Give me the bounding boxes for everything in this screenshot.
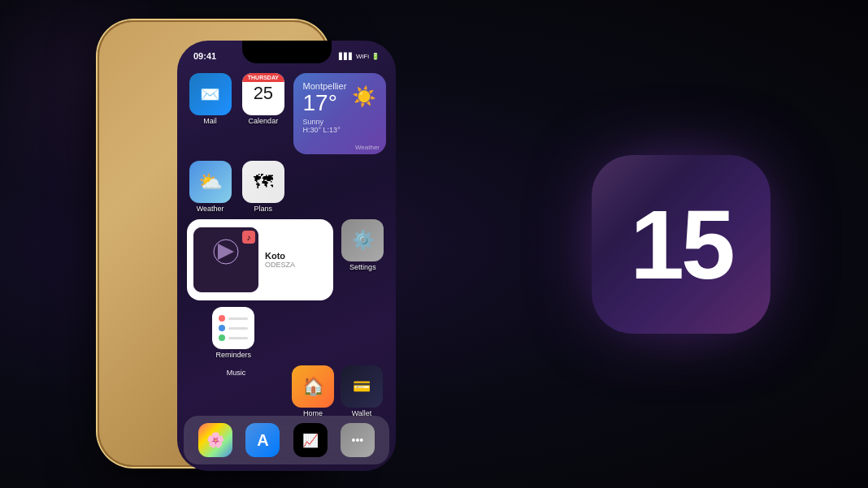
app-reminders[interactable]: Reminders xyxy=(187,307,280,359)
reminder-text-3 xyxy=(228,337,248,339)
ios-version-number: 15 xyxy=(630,196,731,293)
music-track: Koto xyxy=(265,251,327,261)
settings-icon[interactable]: ⚙️ xyxy=(341,219,384,261)
reminder-item-1 xyxy=(219,315,248,322)
app-home[interactable]: 🏠 Home xyxy=(292,365,334,417)
music-label-below: Music xyxy=(187,369,285,377)
reminder-dot-2 xyxy=(219,325,225,331)
music-spacer: Music xyxy=(187,365,285,417)
reminders-list xyxy=(212,309,254,348)
weather-app-icon[interactable]: ⛅ xyxy=(189,161,232,203)
music-artist: ODESZA xyxy=(265,261,327,269)
app-weather[interactable]: ⛅ Weather xyxy=(187,161,233,213)
maps-symbol: 🗺 xyxy=(254,171,273,193)
ios15-badge: 15 xyxy=(592,155,770,334)
appstore-symbol-icon: A xyxy=(257,431,268,450)
signal-icon: ▋▋▋ xyxy=(339,53,354,60)
dock-stocks[interactable]: 📈 xyxy=(293,423,328,457)
weather-widget[interactable]: Montpellier 17° ☀️ Sunny H:30° L:13° Wea… xyxy=(293,73,387,154)
home-icon[interactable]: 🏠 xyxy=(292,365,334,408)
gear-icon: ⚙️ xyxy=(352,230,374,251)
calendar-day-number: 25 xyxy=(254,82,273,106)
status-time: 09:41 xyxy=(193,51,216,61)
photos-flower-icon: 🌸 xyxy=(206,431,224,449)
app-wallet[interactable]: 💳 Wallet xyxy=(341,365,383,417)
reminders-icon[interactable] xyxy=(212,307,254,349)
status-icons: ▋▋▋ WiFi 🔋 xyxy=(339,53,380,60)
dock: 🌸 A 📈 ••• xyxy=(184,416,389,464)
phone-screen: 09:41 ▋▋▋ WiFi 🔋 ✉️ Mail xyxy=(177,41,396,471)
dock-photos[interactable]: 🌸 xyxy=(198,423,232,457)
phone-frame: 09:41 ▋▋▋ WiFi 🔋 ✉️ Mail xyxy=(98,20,329,467)
weather-app-symbol: ⛅ xyxy=(198,171,223,193)
music-widget[interactable]: ♪ Koto ODESZA xyxy=(187,219,333,300)
status-bar: 09:41 ▋▋▋ WiFi 🔋 xyxy=(177,45,396,67)
music-album-art: ♪ xyxy=(193,227,258,292)
app-settings[interactable]: ⚙️ Settings xyxy=(340,219,386,300)
app-mail[interactable]: ✉️ Mail xyxy=(187,73,233,154)
wallet-card-icon: 💳 xyxy=(353,378,371,395)
calendar-day-name: THURSDAY xyxy=(242,73,284,82)
stocks-icon[interactable]: 📈 xyxy=(293,423,328,457)
settings-label: Settings xyxy=(349,263,376,271)
mail-label: Mail xyxy=(203,117,217,125)
phone-wrapper: 09:41 ▋▋▋ WiFi 🔋 ✉️ Mail xyxy=(24,8,496,487)
photos-icon[interactable]: 🌸 xyxy=(198,423,232,457)
mail-icon[interactable]: ✉️ xyxy=(189,73,232,115)
music-info: Koto ODESZA xyxy=(265,251,327,269)
appstore-icon[interactable]: A xyxy=(245,423,280,457)
reminder-item-2 xyxy=(219,325,248,331)
dock-appstore[interactable]: A xyxy=(245,423,280,457)
wallet-icon[interactable]: 💳 xyxy=(341,365,383,408)
reminder-dot-3 xyxy=(219,335,225,341)
stocks-chart-icon: 📈 xyxy=(302,433,319,448)
reminder-item-3 xyxy=(219,335,248,341)
home-screen: ✉️ Mail THURSDAY 25 Calendar xyxy=(177,65,396,471)
house-icon: 🏠 xyxy=(302,376,324,397)
app-calendar[interactable]: THURSDAY 25 Calendar xyxy=(240,73,286,154)
reminders-label: Reminders xyxy=(215,351,251,359)
dock-more[interactable]: ••• xyxy=(341,423,375,457)
more-dots-icon: ••• xyxy=(352,434,364,447)
reminder-text-2 xyxy=(228,327,248,330)
empty-spacer xyxy=(293,161,387,213)
calendar-label: Calendar xyxy=(249,117,279,125)
maps-label: Plans xyxy=(254,205,273,213)
reminder-text-1 xyxy=(228,317,248,320)
weather-sun-icon: ☀️ xyxy=(352,85,376,108)
weather-widget-box[interactable]: Montpellier 17° ☀️ Sunny H:30° L:13° Wea… xyxy=(293,73,387,154)
weather-widget-label: Weather xyxy=(355,144,380,151)
more-icon[interactable]: ••• xyxy=(341,423,375,457)
weather-desc: Sunny H:30° L:13° xyxy=(303,118,377,134)
app-maps[interactable]: 🗺 Plans xyxy=(240,161,286,213)
calendar-icon[interactable]: THURSDAY 25 xyxy=(242,73,284,115)
maps-icon[interactable]: 🗺 xyxy=(242,161,284,203)
weather-app-label: Weather xyxy=(197,205,224,213)
mail-envelope-icon: ✉️ xyxy=(200,84,220,104)
wifi-icon: WiFi xyxy=(356,53,369,60)
reminder-dot-1 xyxy=(219,315,225,322)
battery-icon: 🔋 xyxy=(371,53,380,60)
music-note-icon: ♪ xyxy=(242,231,255,244)
